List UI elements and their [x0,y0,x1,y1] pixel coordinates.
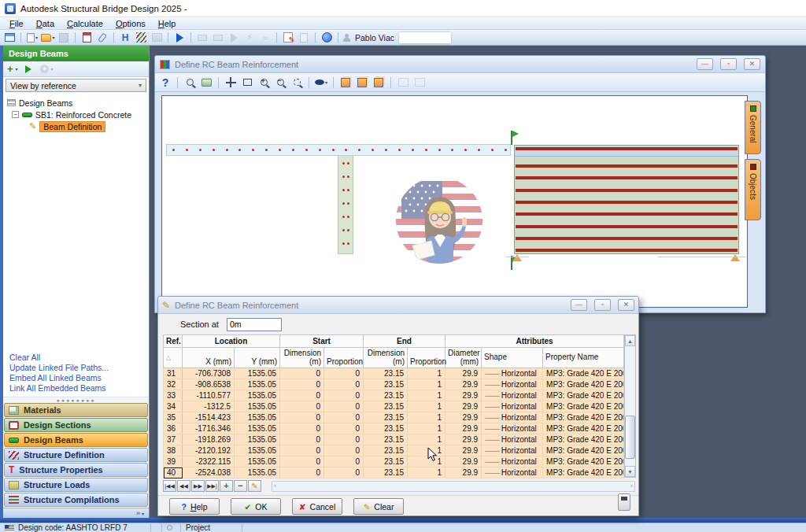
beam-tool-2-button[interactable] [211,31,225,44]
collapse-icon[interactable]: − [12,111,19,118]
col-end-dimension[interactable]: Dimension (m) [364,348,408,368]
view-options-button[interactable] [314,76,328,89]
col-group-ref[interactable]: Ref. [164,335,183,348]
open-file-button[interactable] [41,31,55,44]
dialog-titlebar[interactable]: ✎ Define RC Beam Reinforcement — ▫ ✕ [158,297,638,314]
tab-objects[interactable]: Objects [745,159,761,220]
panel-structure-definition[interactable]: Structure Definition [4,448,148,462]
beam-tool-1-button[interactable] [195,31,209,44]
previous-view-button[interactable] [396,76,410,89]
menu-help[interactable]: Help [152,17,183,30]
table-row[interactable]: 38-2120.1921535.050023.15129.9—— Horizon… [164,445,624,456]
tree-item-beam-definition[interactable]: ✎ Beam Definition [7,120,149,132]
print-button[interactable] [199,76,213,89]
col-property-name[interactable]: Property Name [543,348,624,368]
copy-all-views-button[interactable] [355,76,369,89]
col-group-location[interactable]: Location [183,335,280,348]
panel-splitter[interactable]: ●●●●●●●● [3,397,149,403]
remove-record-button[interactable]: − [234,480,247,492]
next-record-button[interactable]: ▶▶ [191,480,205,492]
edit-record-button[interactable]: ✎ [248,480,261,492]
scroll-up-icon[interactable]: ▲ [625,335,635,346]
calculator-button[interactable] [79,31,94,44]
new-file-button[interactable] [25,31,39,44]
col-x[interactable]: X (mm) [183,348,235,368]
reinforcement-window-titlebar[interactable]: Define RC Beam Reinforcement — ▫ ✕ [155,56,765,73]
table-row[interactable]: 31-706.73081535.050023.15129.9—— Horizon… [164,368,624,379]
quick-check-button[interactable]: ⚡ [242,31,257,44]
minimize-button[interactable]: — [697,58,713,70]
link-clear-all[interactable]: Clear All [9,353,149,363]
project-status[interactable]: Project [181,523,242,532]
menu-data[interactable]: Data [30,17,61,30]
table-row[interactable]: 33-1110.5771535.050023.15129.9—— Horizon… [164,390,624,401]
view-by-select[interactable]: View by reference ▾ [6,79,146,92]
cancel-button[interactable]: ✘Cancel [292,498,342,515]
table-row[interactable]: 35-1514.4231535.050023.15129.9—— Horizon… [164,412,624,423]
zoom-in-button[interactable] [257,76,271,89]
ok-button[interactable]: ✔OK [231,498,281,515]
col-shape[interactable]: Shape [482,348,543,368]
calculator-icon[interactable] [618,493,630,511]
tree-item-design-beams[interactable]: Design Beams [7,97,149,109]
col-start-proportion[interactable]: Proportion [324,348,364,368]
add-beam-button[interactable]: + [7,63,13,75]
workspace-icon[interactable] [2,31,17,44]
scroll-down-icon[interactable]: ▼ [625,466,635,477]
table-row[interactable]: 40-2524.0381535.050023.15129.9—— Horizon… [164,467,624,478]
col-group-start[interactable]: Start [280,335,364,348]
add-record-button[interactable]: + [220,480,233,492]
zoom-extents-button[interactable] [290,76,304,89]
run-design-button[interactable] [25,65,31,73]
link-embed-all[interactable]: Embed All Linked Beams [9,373,149,383]
export-view-button[interactable] [372,76,386,89]
copy-view-button[interactable] [338,76,353,89]
col-group-attributes[interactable]: Attributes [446,335,624,348]
gear-icon[interactable] [40,65,49,73]
panel-structure-properties[interactable]: TStructure Properties [4,463,148,477]
tree-item-sb1[interactable]: − SB1: Reinforced Concrete [7,109,149,120]
dialog-maximize-button[interactable]: ▫ [594,299,611,311]
panel-structure-loads[interactable]: Structure Loads [4,478,148,492]
user-name[interactable]: Pablo Viac [355,33,394,42]
tab-general[interactable]: General [745,101,761,154]
user-account-icon[interactable] [342,34,350,42]
run-analysis-button[interactable] [172,31,187,44]
previous-record-button[interactable]: ◀◀ [177,480,190,492]
link-update-linked-paths[interactable]: Update Linked File Paths... [9,363,149,373]
table-horizontal-scrollbar[interactable]: ‹› [272,481,635,492]
save-button[interactable] [57,31,71,44]
panel-structure-compilations[interactable]: Structure Compilations [4,493,148,507]
table-row[interactable]: 32-908.65381535.050023.15129.9—— Horizon… [164,379,624,390]
section-at-input[interactable] [227,318,282,331]
attachments-button[interactable] [95,31,109,44]
compare-button[interactable]: ≈ [258,31,272,44]
zoom-out-button[interactable] [273,76,287,89]
menu-calculate[interactable]: Calculate [61,17,109,30]
col-diameter[interactable]: Diameter (mm) [446,348,482,368]
pan-button[interactable] [224,76,238,89]
menu-options[interactable]: Options [109,17,152,30]
online-help-button[interactable] [320,31,334,44]
menu-file[interactable]: File [3,17,30,30]
help-button[interactable]: ?Help [169,498,220,515]
table-row[interactable]: 37-1918.2691535.050023.15129.9—— Horizon… [164,434,624,445]
first-record-button[interactable]: |◀◀ [163,480,176,492]
table-vertical-scrollbar[interactable]: ▲ ▼ [624,334,636,478]
restore-button[interactable]: ▫ [720,58,737,70]
step-run-button[interactable] [227,31,241,44]
panel-overflow-button[interactable]: »▾ [3,508,149,518]
reinforcement-button[interactable] [134,31,148,44]
sections-button[interactable]: H [118,31,132,44]
last-record-button[interactable]: ▶▶| [205,480,219,492]
next-view-button[interactable] [412,76,427,89]
col-y[interactable]: Y (mm) [235,348,280,368]
table-row[interactable]: 34-1312.51535.050023.15129.9—— Horizonta… [164,401,624,412]
panel-design-beams[interactable]: Design Beams [4,433,148,447]
clear-button[interactable]: ✎Clear [353,498,404,515]
table-row[interactable]: 36-1716.3461535.050023.15129.9—— Horizon… [164,423,624,434]
close-icon[interactable]: ✕ [744,58,760,70]
zoom-window-button[interactable] [240,76,254,89]
report-edit-button[interactable] [281,31,295,44]
col-end-proportion[interactable]: Proportion [408,348,446,368]
